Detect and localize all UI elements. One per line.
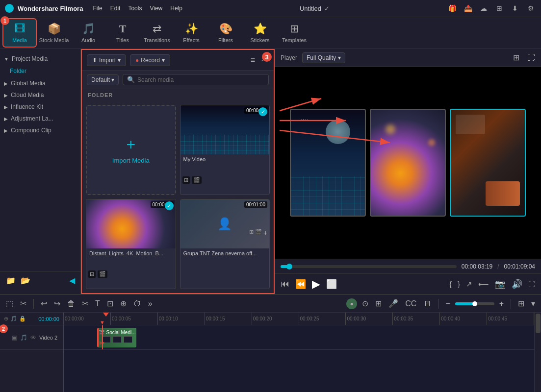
- more-tools-icon[interactable]: »: [146, 298, 155, 309]
- tl-sep1: [33, 299, 34, 309]
- extract-icon[interactable]: ↗: [466, 280, 472, 289]
- toolbar-templates[interactable]: ⊞ Templates: [277, 18, 311, 48]
- timeline-label-header: ⊕ 🎵 🔒 00:00:00: [0, 313, 63, 325]
- stop-button[interactable]: ⬜: [326, 279, 337, 290]
- dl-icon2: 🎬: [98, 270, 107, 278]
- camera-icon[interactable]: 📷: [495, 279, 506, 290]
- add-audio-track-icon[interactable]: 🎵: [10, 316, 17, 322]
- crop-tool-icon[interactable]: ⊡: [105, 298, 115, 309]
- left-panel-bottom-icons: 📁 📂 ◀: [0, 271, 81, 289]
- section-project-media[interactable]: ▼ Project Media: [0, 53, 80, 65]
- fit-icon[interactable]: ⛶: [528, 280, 535, 288]
- grupa-tnt-thumb[interactable]: 👤 00:01:00 ⊞ 🎬 + Grupa TNT Zena neverna …: [180, 199, 270, 289]
- mark-out-icon[interactable]: }: [458, 280, 460, 288]
- toolbar-transitions[interactable]: ⇄ Transitions: [140, 18, 174, 48]
- effects-icon: ✨: [185, 23, 198, 35]
- settings-icon[interactable]: ⚙: [525, 3, 536, 14]
- section-cloud-media[interactable]: ▶ Cloud Media: [0, 89, 80, 101]
- zoom-out-icon[interactable]: −: [443, 298, 452, 309]
- import-media-thumb[interactable]: + Import Media: [86, 105, 176, 195]
- folder-item[interactable]: Folder: [0, 65, 80, 77]
- add-folder-icon[interactable]: 📁: [6, 276, 16, 285]
- play-button[interactable]: ▶: [312, 278, 320, 291]
- toolbar-titles[interactable]: T Titles: [105, 18, 140, 48]
- distant-lights-thumb[interactable]: 00:00:09 ✓ ⊞ 🎬 Distant_Lights_4K_Motion_…: [86, 199, 176, 289]
- progress-thumb: [286, 264, 292, 270]
- add-track-icon[interactable]: ⊕: [4, 316, 8, 322]
- toolbar-filters[interactable]: 🎨 Filters: [208, 18, 243, 48]
- cloud-icon[interactable]: ☁: [478, 3, 489, 14]
- transitions-label: Transitions: [144, 37, 170, 43]
- timeline-more-icon[interactable]: ▾: [529, 298, 537, 309]
- menu-help[interactable]: Help: [170, 5, 182, 12]
- audio-icon: 🎵: [82, 23, 95, 35]
- timeline-ruler: 00:00:00 00:00:05 00:00:10 00:00:15 00:0…: [64, 313, 534, 325]
- cut-icon[interactable]: ✂: [80, 298, 90, 309]
- text-tool-icon[interactable]: T: [93, 298, 102, 309]
- volume-icon[interactable]: 🔊: [512, 279, 522, 290]
- my-video-thumb[interactable]: 00:00:56 ✓ ⊞ 🎬 My Video: [180, 105, 270, 195]
- menu-file[interactable]: File: [93, 5, 102, 12]
- snap-icon[interactable]: ●: [346, 298, 357, 309]
- scrollbar-thumb[interactable]: [536, 314, 541, 333]
- grid-icon[interactable]: ⊞: [494, 3, 505, 14]
- import-button[interactable]: ⬆ Import ▾: [87, 54, 126, 66]
- select-tool-icon[interactable]: ⬚: [4, 298, 15, 309]
- insert-icon[interactable]: ⟵: [478, 280, 489, 289]
- menu-view[interactable]: View: [150, 5, 162, 12]
- speed-icon[interactable]: ⏱: [131, 298, 143, 309]
- razor-tool-icon[interactable]: ✂: [18, 298, 28, 309]
- mic-icon[interactable]: 🎤: [386, 298, 400, 309]
- quality-select[interactable]: Full Quality ▾: [302, 52, 345, 63]
- search-input[interactable]: [137, 76, 264, 83]
- section-compound-clip[interactable]: ▶ Compound Clip: [0, 124, 80, 136]
- download-icon[interactable]: ⬇: [510, 3, 520, 14]
- toolbar-media[interactable]: 1 🎞 Media: [2, 18, 37, 48]
- step-back-icon[interactable]: ⏪: [295, 279, 306, 290]
- distant-lights-bottom-icons: ⊞ 🎬: [88, 270, 107, 278]
- new-folder-icon[interactable]: 📂: [21, 276, 30, 285]
- timeline-body: ⊕ 🎵 🔒 00:00:00 2 ▣ 🎵 👁 Video 2 00:00:00 …: [0, 313, 541, 392]
- go-to-start-icon[interactable]: ⏮: [281, 279, 289, 289]
- collapse-panel-icon[interactable]: ◀: [69, 276, 75, 285]
- motion-icon[interactable]: ⊙: [360, 298, 370, 309]
- grupa-tnt-label: Grupa TNT Zena neverna off...: [180, 248, 270, 258]
- screen-icon[interactable]: 🖥: [421, 298, 433, 309]
- section-influence-kit[interactable]: ▶ Influence Kit: [0, 101, 80, 113]
- zoom-slider[interactable]: [455, 302, 494, 305]
- lock-timeline-icon[interactable]: 🔒: [19, 316, 26, 322]
- timeline-scrollbar[interactable]: [534, 313, 541, 392]
- share-icon[interactable]: 📤: [463, 3, 473, 14]
- captions-icon[interactable]: CC: [403, 298, 418, 309]
- default-label: Default: [91, 76, 110, 83]
- preview-frame-2: [370, 109, 446, 217]
- toolbar-audio[interactable]: 🎵 Audio: [71, 18, 105, 48]
- toolbar-stickers[interactable]: ⭐ Stickers: [243, 18, 277, 48]
- preview-panel: Player Full Quality ▾ ⊞ ⛶ · · · ·: [275, 49, 541, 294]
- gift-icon[interactable]: 🎁: [447, 3, 458, 14]
- track-eye-icon[interactable]: 👁: [30, 334, 36, 341]
- delete-icon[interactable]: 🗑: [65, 298, 77, 309]
- zoom-in-icon[interactable]: +: [497, 298, 506, 309]
- undo-icon[interactable]: ↩: [39, 298, 49, 309]
- stock-icon: 📦: [48, 23, 61, 35]
- split-icon[interactable]: ⊞: [373, 298, 384, 309]
- section-adjustment[interactable]: ▶ Adjustment La...: [0, 113, 80, 124]
- record-button[interactable]: ● Record ▾: [130, 54, 170, 66]
- toolbar-effects[interactable]: ✨ Effects: [174, 18, 208, 48]
- progress-bar[interactable]: [281, 265, 457, 268]
- grid-layout-icon[interactable]: ⊞: [516, 298, 526, 309]
- redo-icon[interactable]: ↪: [52, 298, 62, 309]
- filter-icon[interactable]: ≡: [251, 56, 255, 65]
- gt-add-icon[interactable]: +: [263, 229, 267, 237]
- default-dropdown[interactable]: Default ▾: [87, 74, 119, 85]
- section-global-media[interactable]: ▶ Global Media: [0, 77, 80, 89]
- ruler-ticks: 00:00:00 00:00:05 00:00:10 00:00:15 00:0…: [64, 313, 534, 325]
- toolbar-stock-media[interactable]: 📦 Stock Media: [37, 18, 71, 48]
- grid-view-icon[interactable]: ⊞: [513, 53, 519, 62]
- fullscreen-icon[interactable]: ⛶: [527, 53, 535, 62]
- menu-edit[interactable]: Edit: [110, 5, 121, 12]
- color-wheel-icon[interactable]: ⊕: [118, 298, 129, 309]
- menu-tools[interactable]: Tools: [128, 5, 142, 12]
- mark-in-icon[interactable]: {: [449, 280, 452, 288]
